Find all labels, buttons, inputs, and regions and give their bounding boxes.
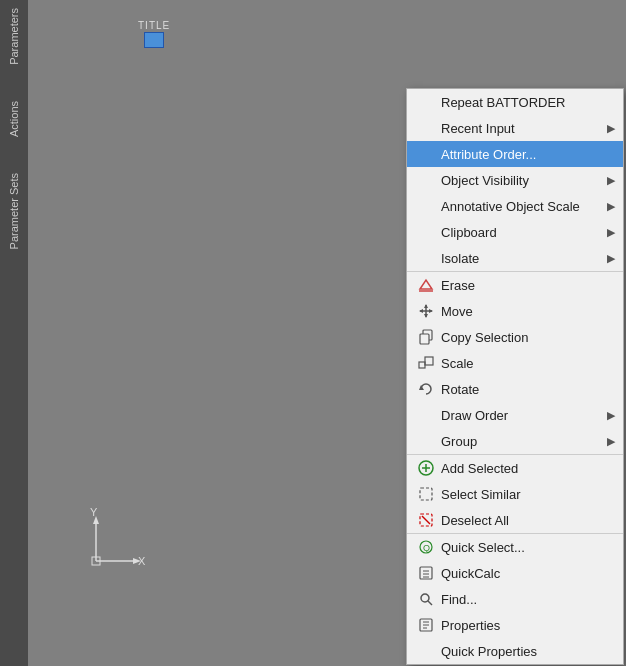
menu-item-erase[interactable]: Erase (407, 271, 623, 298)
attribute-order-label: Attribute Order... (441, 147, 615, 162)
copy-selection-label: Copy Selection (441, 330, 615, 345)
clipboard-label: Clipboard (441, 225, 607, 240)
object-visibility-submenu-arrow: ▶ (607, 174, 615, 187)
clipboard-submenu-arrow: ▶ (607, 226, 615, 239)
menu-item-move[interactable]: Move (407, 298, 623, 324)
menu-item-attribute-order[interactable]: Attribute Order... (407, 141, 623, 167)
quick-select-label: Quick Select... (441, 540, 615, 555)
sidebar-tab-parameters[interactable]: Parameters (4, 0, 24, 73)
menu-item-group[interactable]: Group▶ (407, 428, 623, 454)
find-icon (417, 590, 435, 608)
recent-input-submenu-arrow: ▶ (607, 122, 615, 135)
svg-rect-14 (419, 362, 425, 368)
deselect-all-icon (417, 511, 435, 529)
svg-line-30 (428, 601, 432, 605)
properties-label: Properties (441, 618, 615, 633)
menu-item-select-similar[interactable]: Select Similar (407, 481, 623, 507)
menu-item-deselect-all[interactable]: Deselect All (407, 507, 623, 533)
svg-rect-15 (425, 357, 433, 365)
context-menu: Repeat BATTORDERRecent Input▶Attribute O… (406, 88, 624, 665)
rotate-icon (417, 380, 435, 398)
quickcalc-icon (417, 564, 435, 582)
find-label: Find... (441, 592, 615, 607)
isolate-submenu-arrow: ▶ (607, 252, 615, 265)
group-label: Group (441, 434, 607, 449)
menu-item-properties[interactable]: Properties (407, 612, 623, 638)
svg-point-29 (421, 594, 429, 602)
svg-line-22 (422, 516, 430, 524)
sidebar-tab-actions[interactable]: Actions (4, 93, 24, 145)
menu-item-rotate[interactable]: Rotate (407, 376, 623, 402)
menu-item-quickcalc[interactable]: QuickCalc (407, 560, 623, 586)
move-icon (417, 302, 435, 320)
menu-item-object-visibility[interactable]: Object Visibility▶ (407, 167, 623, 193)
menu-item-repeat-battorder[interactable]: Repeat BATTORDER (407, 89, 623, 115)
axis-indicator: X Y (76, 506, 146, 576)
menu-item-quick-properties[interactable]: Quick Properties (407, 638, 623, 664)
repeat-battorder-icon (417, 93, 435, 111)
left-sidebar: Parameters Actions Parameter Sets (0, 0, 28, 666)
quick-properties-label: Quick Properties (441, 644, 615, 659)
rotate-label: Rotate (441, 382, 615, 397)
repeat-battorder-label: Repeat BATTORDER (441, 95, 615, 110)
erase-label: Erase (441, 278, 615, 293)
menu-item-clipboard[interactable]: Clipboard▶ (407, 219, 623, 245)
quick-properties-icon (417, 642, 435, 660)
clipboard-icon (417, 223, 435, 241)
sidebar-tab-parameter-sets[interactable]: Parameter Sets (4, 165, 24, 257)
svg-rect-13 (420, 334, 429, 344)
quick-select-icon: Q (417, 538, 435, 556)
svg-text:Q: Q (423, 543, 430, 553)
draw-order-icon (417, 406, 435, 424)
menu-item-draw-order[interactable]: Draw Order▶ (407, 402, 623, 428)
recent-input-label: Recent Input (441, 121, 607, 136)
title-label: TITLE (138, 20, 170, 31)
menu-item-annotative-object-scale[interactable]: Annotative Object Scale▶ (407, 193, 623, 219)
annotative-object-scale-label: Annotative Object Scale (441, 199, 607, 214)
menu-item-add-selected[interactable]: Add Selected (407, 454, 623, 481)
select-similar-label: Select Similar (441, 487, 615, 502)
group-icon (417, 432, 435, 450)
isolate-label: Isolate (441, 251, 607, 266)
menu-item-scale[interactable]: Scale (407, 350, 623, 376)
title-box-object (144, 32, 164, 48)
add-selected-label: Add Selected (441, 461, 615, 476)
object-visibility-label: Object Visibility (441, 173, 607, 188)
draw-order-submenu-arrow: ▶ (607, 409, 615, 422)
menu-item-find[interactable]: Find... (407, 586, 623, 612)
title-block: TITLE (138, 20, 170, 48)
annotative-object-scale-icon (417, 197, 435, 215)
attribute-order-icon (417, 145, 435, 163)
move-label: Move (441, 304, 615, 319)
add-selected-icon (417, 459, 435, 477)
menu-item-quick-select[interactable]: QQuick Select... (407, 533, 623, 560)
draw-order-label: Draw Order (441, 408, 607, 423)
svg-text:X: X (138, 555, 146, 567)
menu-item-isolate[interactable]: Isolate▶ (407, 245, 623, 271)
svg-text:Y: Y (90, 506, 98, 518)
scale-icon (417, 354, 435, 372)
isolate-icon (417, 249, 435, 267)
svg-marker-9 (424, 314, 428, 318)
canvas-area: TITLE X Y Repeat BATTORDERRecent Input▶A… (28, 0, 626, 666)
svg-rect-20 (420, 488, 432, 500)
svg-marker-11 (429, 309, 433, 313)
scale-label: Scale (441, 356, 615, 371)
recent-input-icon (417, 119, 435, 137)
deselect-all-label: Deselect All (441, 513, 615, 528)
svg-marker-8 (424, 304, 428, 308)
copy-selection-icon (417, 328, 435, 346)
properties-icon (417, 616, 435, 634)
annotative-object-scale-submenu-arrow: ▶ (607, 200, 615, 213)
menu-item-recent-input[interactable]: Recent Input▶ (407, 115, 623, 141)
group-submenu-arrow: ▶ (607, 435, 615, 448)
select-similar-icon (417, 485, 435, 503)
object-visibility-icon (417, 171, 435, 189)
menu-item-copy-selection[interactable]: Copy Selection (407, 324, 623, 350)
quickcalc-label: QuickCalc (441, 566, 615, 581)
svg-marker-10 (419, 309, 423, 313)
erase-icon (417, 276, 435, 294)
